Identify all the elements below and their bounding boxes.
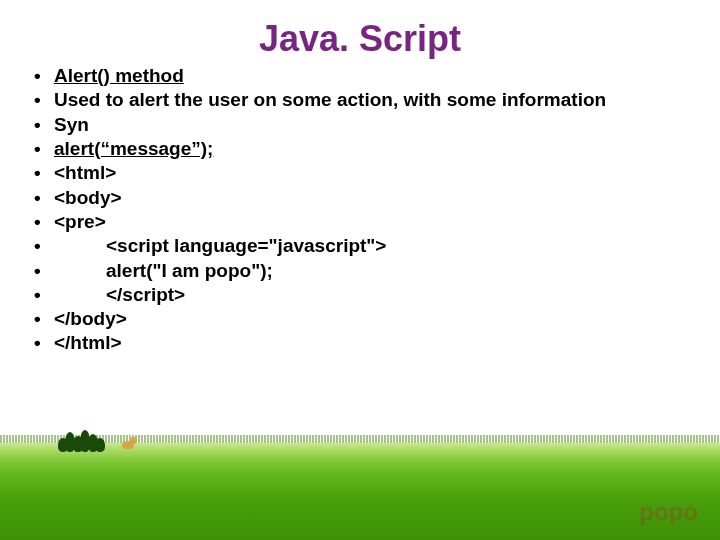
bullet-item: •</html> (28, 331, 700, 355)
bullet-text: <body> (54, 186, 700, 210)
bullet-item: •<pre> (28, 210, 700, 234)
bullet-dot-icon: • (28, 331, 54, 355)
bullet-item: •Syn (28, 113, 700, 137)
bullet-text: </body> (54, 307, 700, 331)
dog-decoration (120, 436, 138, 452)
bullet-item: •<html> (28, 161, 700, 185)
bullet-text: alert(“message”); (54, 137, 700, 161)
bullet-item: •alert("I am popo"); (28, 259, 700, 283)
bullet-dot-icon: • (28, 259, 54, 283)
slide-title: Java. Script (0, 0, 720, 64)
bullet-text: Used to alert the user on some action, w… (54, 88, 700, 112)
bullet-dot-icon: • (28, 186, 54, 210)
slide: Java. Script •Alert() method•Used to ale… (0, 0, 720, 540)
bullet-dot-icon: • (28, 283, 54, 307)
bullet-item: •</body> (28, 307, 700, 331)
bullet-text: Syn (54, 113, 700, 137)
bullet-item: •alert(“message”); (28, 137, 700, 161)
bullet-dot-icon: • (28, 137, 54, 161)
bullet-dot-icon: • (28, 88, 54, 112)
bullet-dot-icon: • (28, 234, 54, 258)
bullet-text: <script language="javascript"> (54, 234, 700, 258)
bullet-dot-icon: • (28, 64, 54, 88)
bullet-text: <html> (54, 161, 700, 185)
bullet-text: Alert() method (54, 64, 700, 88)
slide-content: •Alert() method•Used to alert the user o… (0, 64, 720, 356)
bullet-dot-icon: • (28, 307, 54, 331)
bullet-dot-icon: • (28, 210, 54, 234)
bullet-text: </html> (54, 331, 700, 355)
bullet-item: •Used to alert the user on some action, … (28, 88, 700, 112)
bullet-text: <pre> (54, 210, 700, 234)
bullet-item: •Alert() method (28, 64, 700, 88)
bullet-dot-icon: • (28, 113, 54, 137)
bullet-item: •</script> (28, 283, 700, 307)
bullet-item: •<body> (28, 186, 700, 210)
bullet-text: </script> (54, 283, 700, 307)
bullet-item: •<script language="javascript"> (28, 234, 700, 258)
bullet-dot-icon: • (28, 161, 54, 185)
footer-watermark: popo (639, 498, 698, 526)
bullet-text: alert("I am popo"); (54, 259, 700, 283)
